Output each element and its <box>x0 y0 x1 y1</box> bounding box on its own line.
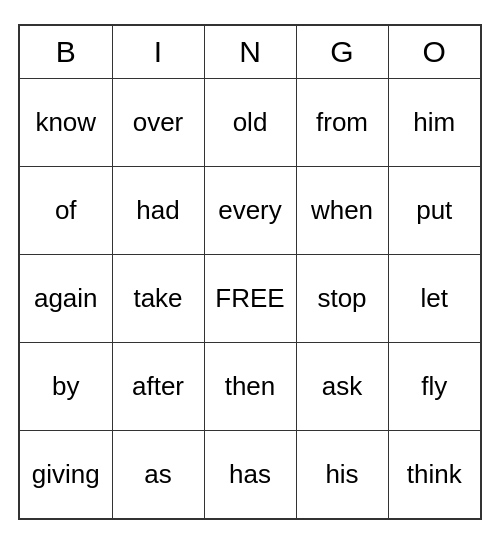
bingo-row-0: knowoveroldfromhim <box>20 78 480 166</box>
bingo-cell-0-2: old <box>204 78 296 166</box>
bingo-table: B I N G O knowoveroldfromhimofhadeverywh… <box>20 26 480 518</box>
bingo-cell-1-3: when <box>296 166 388 254</box>
bingo-row-3: byafterthenaskfly <box>20 342 480 430</box>
bingo-cell-2-1: take <box>112 254 204 342</box>
bingo-cell-4-4: think <box>388 430 480 518</box>
bingo-cell-4-2: has <box>204 430 296 518</box>
bingo-body: knowoveroldfromhimofhadeverywhenputagain… <box>20 78 480 518</box>
header-row: B I N G O <box>20 26 480 78</box>
bingo-cell-3-0: by <box>20 342 112 430</box>
header-n: N <box>204 26 296 78</box>
bingo-row-2: againtakeFREEstoplet <box>20 254 480 342</box>
bingo-cell-2-3: stop <box>296 254 388 342</box>
bingo-cell-0-1: over <box>112 78 204 166</box>
bingo-cell-1-4: put <box>388 166 480 254</box>
bingo-row-4: givingashashisthink <box>20 430 480 518</box>
bingo-cell-3-1: after <box>112 342 204 430</box>
bingo-cell-3-2: then <box>204 342 296 430</box>
bingo-row-1: ofhadeverywhenput <box>20 166 480 254</box>
header-g: G <box>296 26 388 78</box>
bingo-cell-2-0: again <box>20 254 112 342</box>
bingo-cell-0-3: from <box>296 78 388 166</box>
bingo-cell-0-4: him <box>388 78 480 166</box>
header-b: B <box>20 26 112 78</box>
header-i: I <box>112 26 204 78</box>
bingo-cell-4-1: as <box>112 430 204 518</box>
bingo-cell-2-2: FREE <box>204 254 296 342</box>
bingo-cell-1-1: had <box>112 166 204 254</box>
bingo-cell-0-0: know <box>20 78 112 166</box>
bingo-card: B I N G O knowoveroldfromhimofhadeverywh… <box>18 24 482 520</box>
bingo-cell-2-4: let <box>388 254 480 342</box>
bingo-cell-3-4: fly <box>388 342 480 430</box>
bingo-cell-4-3: his <box>296 430 388 518</box>
header-o: O <box>388 26 480 78</box>
bingo-cell-3-3: ask <box>296 342 388 430</box>
bingo-cell-1-2: every <box>204 166 296 254</box>
bingo-cell-1-0: of <box>20 166 112 254</box>
bingo-cell-4-0: giving <box>20 430 112 518</box>
